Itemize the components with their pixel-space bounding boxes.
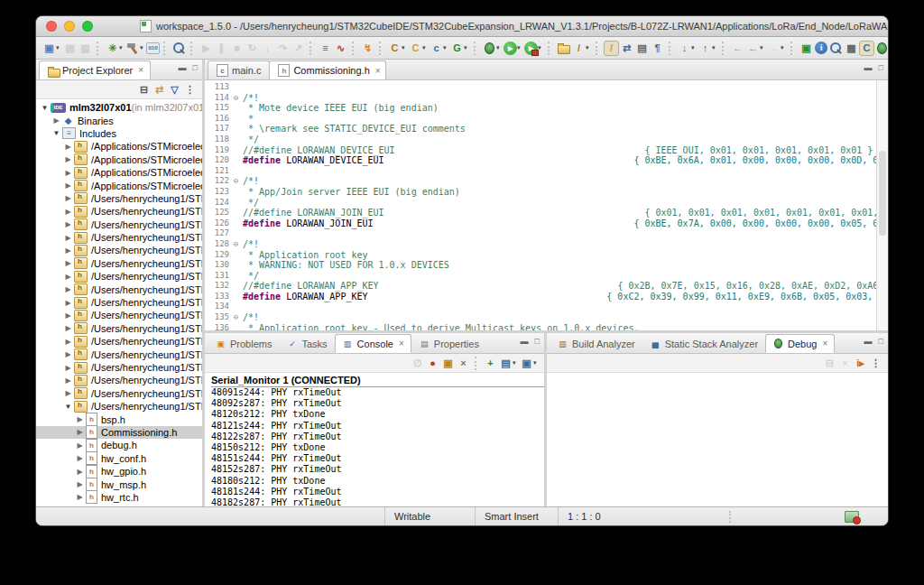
- build-button[interactable]: ▾: [125, 41, 146, 56]
- debug-button[interactable]: ▾: [482, 41, 503, 56]
- analyzer-tab-static-stack-analyzer[interactable]: ▅Static Stack Analyzer: [642, 334, 765, 353]
- expander-icon[interactable]: ▶: [63, 338, 73, 346]
- expander-icon[interactable]: ▶: [63, 259, 73, 267]
- fold-marker-icon[interactable]: ⊖: [229, 312, 243, 323]
- tree-item-hw-rtc-h[interactable]: ▶hhw_rtc.h: [36, 491, 202, 504]
- connect-button[interactable]: ●: [425, 356, 440, 371]
- tree-item--users-henrycheung1-stm3[interactable]: ▶/Users/henrycheung1/STM3: [36, 348, 202, 360]
- tree-item-binaries[interactable]: ▶◆Binaries: [36, 114, 202, 126]
- dropdown-caret-icon[interactable]: ▾: [402, 44, 408, 51]
- expander-icon[interactable]: ▶: [63, 350, 73, 358]
- expander-icon[interactable]: ▶: [63, 389, 73, 397]
- expander-icon[interactable]: ▶: [75, 493, 85, 501]
- new-c-folder-button[interactable]: C▾: [408, 41, 429, 56]
- view-menu-button[interactable]: ⋮: [868, 356, 883, 371]
- close-tab-icon[interactable]: ×: [375, 66, 381, 76]
- dropdown-caret-icon[interactable]: ▾: [496, 44, 503, 51]
- expander-icon[interactable]: ▶: [75, 468, 85, 476]
- minimize-view-button[interactable]: ▬: [179, 63, 187, 72]
- close-view-icon[interactable]: ×: [138, 65, 143, 75]
- open-perspective-button[interactable]: ▦: [844, 41, 859, 56]
- expander-icon[interactable]: ▶: [63, 143, 73, 151]
- expander-icon[interactable]: ▶: [63, 324, 73, 332]
- expander-icon[interactable]: ▶: [75, 480, 85, 488]
- editor-tab-commissioning-h[interactable]: hCommissioning.h×: [269, 60, 385, 79]
- close-tab-icon[interactable]: ×: [822, 339, 827, 348]
- dropdown-caret-icon[interactable]: ▾: [56, 44, 62, 51]
- tree-item--users-henrycheung1-stm3[interactable]: ▶/Users/henrycheung1/STM3: [36, 322, 202, 335]
- expander-icon[interactable]: ▶: [63, 220, 73, 228]
- back-button[interactable]: ←▾: [745, 41, 766, 56]
- maximize-view-button[interactable]: □: [193, 63, 198, 72]
- new-c-class-button[interactable]: c▾: [429, 41, 449, 56]
- tree-item-debug-h[interactable]: ▶hdebug.h: [36, 439, 202, 451]
- expander-icon[interactable]: ▶: [63, 234, 73, 242]
- help-info-button[interactable]: [814, 41, 828, 55]
- open-element-button[interactable]: [171, 41, 187, 56]
- dropdown-caret-icon[interactable]: ▾: [691, 44, 698, 51]
- analyzer-tab-debug[interactable]: Debug×: [765, 334, 835, 353]
- expander-icon[interactable]: ▶: [63, 246, 73, 255]
- tree-item--users-henrycheung1-stm3[interactable]: ▶/Users/henrycheung1/STM3: [36, 244, 202, 256]
- close-tab-icon[interactable]: ×: [399, 339, 404, 348]
- new-project-button[interactable]: G▾: [449, 41, 470, 56]
- search-button[interactable]: [828, 41, 844, 56]
- tree-item--users-henrycheung1-stm3[interactable]: ▶/Users/henrycheung1/STM3: [36, 192, 202, 205]
- expander-icon[interactable]: ▼: [51, 129, 61, 137]
- tree-item-hw-gpio-h[interactable]: ▶hhw_gpio.h: [36, 465, 202, 478]
- tree-item--users-henrycheung1-stm3[interactable]: ▶/Users/henrycheung1/STM3: [36, 205, 202, 218]
- expander-icon[interactable]: ▶: [63, 311, 73, 320]
- expander-icon[interactable]: ▶: [75, 428, 85, 436]
- tree-item-includes[interactable]: ▼≡Includes: [36, 127, 202, 140]
- overview-ruler[interactable]: [876, 80, 888, 330]
- format-brush-button[interactable]: /▾: [571, 41, 592, 56]
- dropdown-caret-icon[interactable]: ▾: [781, 44, 787, 51]
- link-with-editor-button[interactable]: ⇄: [152, 82, 167, 98]
- expander-icon[interactable]: ▶: [63, 169, 73, 177]
- tree-item-bsp-h[interactable]: ▶hbsp.h: [36, 413, 202, 425]
- dropdown-caret-icon[interactable]: ▾: [464, 44, 470, 51]
- dropdown-caret-icon[interactable]: ▾: [443, 44, 449, 51]
- debug-info-button[interactable]: i▸: [853, 356, 868, 371]
- mark-occurrences-button[interactable]: /: [604, 41, 619, 56]
- next-annotation-button[interactable]: ↓▾: [677, 41, 698, 56]
- project-tree[interactable]: ▼IDEmlm32l07x01 (in mlm32l07x01_E▶◆Binar…: [36, 99, 202, 506]
- dropdown-caret-icon[interactable]: ▾: [517, 44, 523, 51]
- scrollbar-thumb[interactable]: [879, 151, 886, 236]
- filter-log-button[interactable]: ∿: [333, 41, 348, 56]
- code-editor[interactable]: 113114⊖/*!115 * Mote device IEEE EUI (bi…: [205, 80, 876, 330]
- tab-project-explorer[interactable]: Project Explorer ×: [39, 60, 151, 79]
- expander-icon[interactable]: ▶: [75, 415, 85, 423]
- maximize-view-button[interactable]: □: [879, 337, 883, 346]
- expander-icon[interactable]: ▼: [63, 403, 73, 411]
- maximize-window-button[interactable]: [82, 21, 93, 32]
- dropdown-caret-icon[interactable]: ▾: [119, 44, 125, 51]
- tree-item--applications-stmicroelectro[interactable]: ▶/Applications/STMicroelectro: [36, 140, 202, 153]
- cpp-perspective-button[interactable]: C: [859, 41, 874, 56]
- dropdown-caret-icon[interactable]: ▾: [538, 44, 544, 51]
- tree-item-hw-msp-h[interactable]: ▶hhw_msp.h: [36, 478, 202, 490]
- scroll-lock-button[interactable]: ▣: [440, 356, 456, 371]
- fold-marker-icon[interactable]: ⊖: [229, 176, 243, 187]
- new-wizard-button[interactable]: ▣▾: [42, 41, 62, 56]
- pin-console-button[interactable]: +: [483, 356, 498, 371]
- minimize-view-button[interactable]: ▬: [521, 337, 529, 346]
- expander-icon[interactable]: ▶: [51, 116, 61, 125]
- fold-marker-icon[interactable]: ⊖: [229, 93, 243, 104]
- expander-icon[interactable]: ▶: [63, 194, 73, 202]
- tree-item--users-henrycheung1-stm3[interactable]: ▶/Users/henrycheung1/STM3: [36, 257, 202, 270]
- dropdown-caret-icon[interactable]: ▾: [586, 44, 592, 51]
- dropdown-caret-icon[interactable]: ▾: [140, 44, 146, 51]
- show-whitespace-button[interactable]: ¶: [650, 41, 665, 56]
- tree-item-hw-conf-h[interactable]: ▶hhw_conf.h: [36, 452, 202, 465]
- tree-item--users-henrycheung1-stm3[interactable]: ▶/Users/henrycheung1/STM3: [36, 270, 202, 283]
- tree-item--users-henrycheung1-stm3[interactable]: ▶/Users/henrycheung1/STM3: [36, 335, 202, 348]
- tree-item-commissioning-h[interactable]: ▶hCommissioning.h: [36, 426, 202, 439]
- debug-perspective-button[interactable]: [874, 41, 888, 56]
- minimize-window-button[interactable]: [64, 21, 75, 32]
- expander-icon[interactable]: ▶: [63, 273, 73, 281]
- expander-icon[interactable]: ▶: [63, 285, 73, 293]
- background-jobs-area[interactable]: [845, 511, 859, 523]
- title-bar[interactable]: workspace_1.5.0 - /Users/henrycheung1/ST…: [36, 16, 888, 37]
- filter-button[interactable]: ▽: [167, 82, 182, 98]
